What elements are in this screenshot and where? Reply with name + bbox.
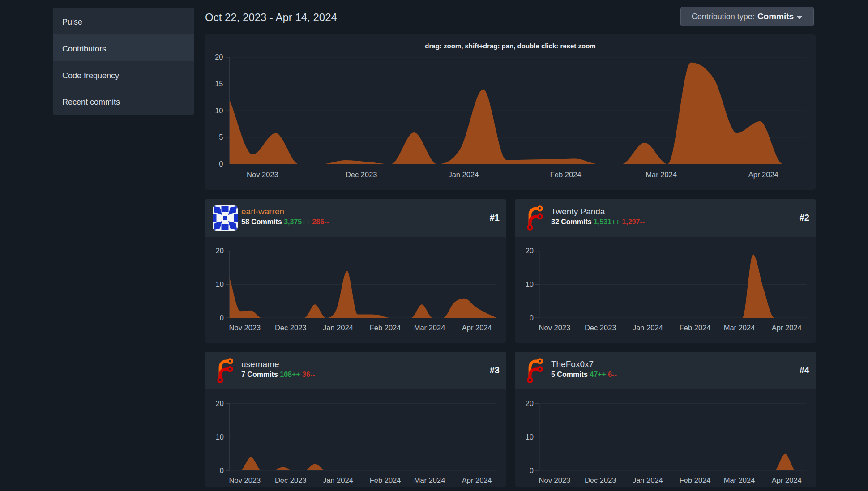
svg-text:0: 0 <box>530 314 534 322</box>
svg-text:20: 20 <box>215 53 223 61</box>
svg-text:Nov 2023: Nov 2023 <box>539 324 571 332</box>
svg-text:Dec 2023: Dec 2023 <box>585 324 616 332</box>
svg-text:Apr 2024: Apr 2024 <box>772 476 802 484</box>
svg-text:Apr 2024: Apr 2024 <box>772 324 802 332</box>
svg-text:Nov 2023: Nov 2023 <box>229 324 261 332</box>
svg-text:Mar 2024: Mar 2024 <box>724 476 755 484</box>
svg-text:Feb 2024: Feb 2024 <box>680 324 711 332</box>
svg-text:Nov 2023: Nov 2023 <box>247 171 278 179</box>
svg-text:10: 10 <box>526 280 534 288</box>
svg-text:Jan 2024: Jan 2024 <box>633 476 663 484</box>
svg-text:Feb 2024: Feb 2024 <box>370 324 401 332</box>
svg-text:20: 20 <box>526 247 534 255</box>
svg-text:Mar 2024: Mar 2024 <box>414 476 445 484</box>
svg-text:Apr 2024: Apr 2024 <box>462 476 492 484</box>
svg-text:Apr 2024: Apr 2024 <box>748 171 778 179</box>
svg-text:Jan 2024: Jan 2024 <box>323 324 353 332</box>
svg-text:10: 10 <box>216 280 224 288</box>
svg-text:Mar 2024: Mar 2024 <box>724 324 755 332</box>
svg-text:Jan 2024: Jan 2024 <box>448 171 479 179</box>
svg-text:0: 0 <box>219 160 223 168</box>
svg-text:drag: zoom, shift+drag: pan, d: drag: zoom, shift+drag: pan, double clic… <box>425 42 595 50</box>
svg-text:Feb 2024: Feb 2024 <box>550 171 582 179</box>
svg-text:Nov 2023: Nov 2023 <box>229 476 261 484</box>
svg-text:5: 5 <box>219 133 223 141</box>
svg-text:Dec 2023: Dec 2023 <box>275 476 307 484</box>
svg-text:20: 20 <box>216 399 224 407</box>
svg-text:0: 0 <box>220 466 224 474</box>
svg-text:Apr 2024: Apr 2024 <box>462 324 492 332</box>
svg-text:0: 0 <box>530 466 534 474</box>
svg-text:Feb 2024: Feb 2024 <box>370 476 401 484</box>
svg-text:Jan 2024: Jan 2024 <box>323 476 353 484</box>
svg-text:Feb 2024: Feb 2024 <box>680 476 711 484</box>
svg-text:Mar 2024: Mar 2024 <box>414 324 445 332</box>
svg-text:15: 15 <box>215 80 223 88</box>
svg-text:20: 20 <box>216 247 224 255</box>
svg-text:Nov 2023: Nov 2023 <box>539 476 571 484</box>
svg-text:Mar 2024: Mar 2024 <box>646 171 677 179</box>
svg-text:10: 10 <box>526 433 534 441</box>
svg-text:20: 20 <box>526 399 534 407</box>
svg-text:Dec 2023: Dec 2023 <box>275 324 307 332</box>
svg-text:10: 10 <box>215 107 223 115</box>
svg-text:10: 10 <box>216 433 224 441</box>
svg-text:0: 0 <box>220 314 224 322</box>
svg-text:Dec 2023: Dec 2023 <box>585 476 616 484</box>
svg-text:Jan 2024: Jan 2024 <box>633 324 663 332</box>
svg-text:Dec 2023: Dec 2023 <box>346 171 377 179</box>
